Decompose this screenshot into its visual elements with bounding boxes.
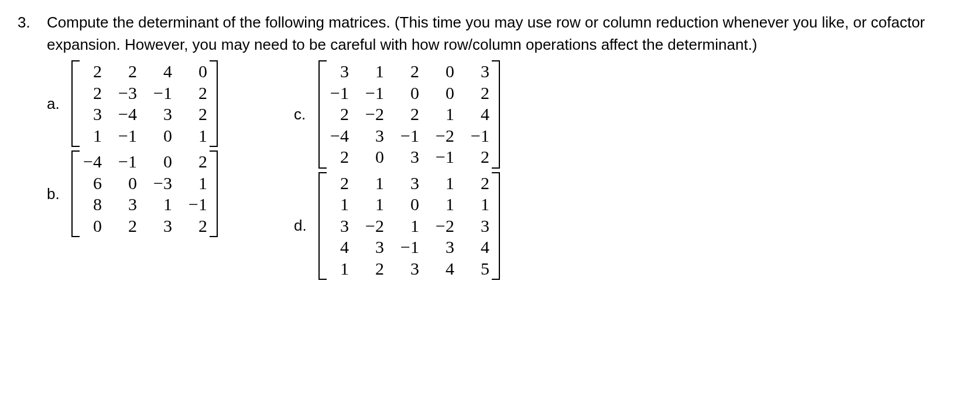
right-column: c. 31203−1−10022−2214−43−1−2−1203−12 d. … [294,60,500,280]
matrix-cell: 1 [82,126,102,146]
matrix-a: 22402−3−123−4321−101 [71,60,218,147]
matrix-cell: 0 [434,61,454,82]
left-bracket-icon [71,60,78,147]
matrix-cell: 2 [187,104,207,125]
matrix-cell: −1 [470,126,489,146]
item-d-label: d. [294,215,310,237]
matrix-cell: −2 [364,104,384,125]
matrix-cell: 2 [187,216,207,237]
matrix-cell: 1 [364,194,384,215]
matrix-cell: 4 [152,61,172,82]
matrix-cell: 0 [152,152,172,172]
item-c: c. 31203−1−10022−2214−43−1−2−1203−12 [294,60,500,169]
matrix-cell: 8 [82,194,102,215]
matrix-cell: 2 [470,147,489,167]
matrix-cell: 3 [470,216,489,237]
item-b: b. −4−10260−31831−10232 [47,150,218,237]
matrix-cell: 1 [364,61,384,82]
matrix-cell: 2 [82,61,102,82]
matrix-cell: −1 [329,83,349,104]
matrix-cell: −2 [434,126,454,146]
matrix-cell: −4 [82,152,102,172]
matrix-cell: 3 [329,216,349,237]
matrix-cell: 3 [399,147,419,167]
problem-number: 3. [18,12,47,34]
matrix-cell: −1 [117,126,137,146]
matrix-cell: 4 [470,237,489,258]
matrix-cell: 0 [152,126,172,146]
matrix-cell: 2 [187,83,207,104]
matrix-cell: 3 [364,126,384,146]
matrix-cell: 0 [399,83,419,104]
matrix-d: 21312110113−21−2343−13412345 [318,172,500,280]
item-c-label: c. [294,104,310,126]
matrix-cell: −1 [152,83,172,104]
matrix-cell: −3 [152,173,172,194]
problem-prompt: Compute the determinant of the following… [47,12,962,56]
matrix-c: 31203−1−10022−2214−43−1−2−1203−12 [318,60,500,169]
left-bracket-icon [318,60,325,169]
matrix-cell: 2 [364,259,384,279]
matrix-cell: 1 [187,173,207,194]
matrix-cell: 2 [82,83,102,104]
matrix-cell: 2 [329,104,349,125]
matrix-cell: 1 [434,194,454,215]
matrix-cell: −1 [399,237,419,258]
matrix-cell: 2 [329,173,349,194]
matrix-cell: 3 [364,237,384,258]
matrix-cell: −3 [117,83,137,104]
right-bracket-icon [211,150,218,237]
matrix-cell: −1 [187,194,207,215]
left-bracket-icon [318,172,325,280]
matrix-cell: −4 [117,104,137,125]
matrix-cell: 2 [470,173,489,194]
matrix-columns: a. 22402−3−123−4321−101 b. −4−10260−3183… [47,60,962,280]
matrix-cell: 1 [364,173,384,194]
item-b-label: b. [47,183,63,206]
matrix-cell: 1 [187,126,207,146]
matrix-cell: 2 [329,147,349,167]
matrix-b: −4−10260−31831−10232 [71,150,218,237]
matrix-cell: −1 [434,147,454,167]
matrix-cell: −1 [399,126,419,146]
matrix-cell: 6 [82,173,102,194]
matrix-cell: 4 [470,104,489,125]
matrix-cell: 3 [399,173,419,194]
matrix-cell: 3 [434,237,454,258]
matrix-cell: 0 [117,173,137,194]
item-d: d. 21312110113−21−2343−13412345 [294,172,500,280]
matrix-cell: 3 [152,216,172,237]
matrix-cell: 2 [117,61,137,82]
left-column: a. 22402−3−123−4321−101 b. −4−10260−3183… [47,60,218,280]
matrix-cell: 3 [82,104,102,125]
right-bracket-icon [493,172,500,280]
matrix-cell: −2 [364,216,384,237]
matrix-cell: 3 [117,194,137,215]
problem-body: Compute the determinant of the following… [47,12,962,280]
item-a-label: a. [47,93,63,115]
matrix-cell: 1 [329,259,349,279]
matrix-cell: 1 [329,194,349,215]
matrix-cell: 1 [470,194,489,215]
matrix-cell: 2 [399,104,419,125]
matrix-cell: 2 [187,152,207,172]
matrix-cell: −1 [364,83,384,104]
left-bracket-icon [71,150,78,237]
matrix-cell: −1 [117,152,137,172]
matrix-cell: 0 [187,61,207,82]
matrix-cell: 3 [329,61,349,82]
matrix-cell: 4 [434,259,454,279]
matrix-cell: 3 [470,61,489,82]
matrix-cell: 0 [364,147,384,167]
matrix-cell: 0 [82,216,102,237]
matrix-cell: 5 [470,259,489,279]
matrix-cell: 3 [399,259,419,279]
matrix-cell: 2 [117,216,137,237]
matrix-cell: 1 [152,194,172,215]
right-bracket-icon [211,60,218,147]
matrix-cell: 0 [399,194,419,215]
matrix-cell: 1 [434,104,454,125]
matrix-cell: 2 [470,83,489,104]
right-bracket-icon [493,60,500,169]
matrix-cell: 1 [399,216,419,237]
